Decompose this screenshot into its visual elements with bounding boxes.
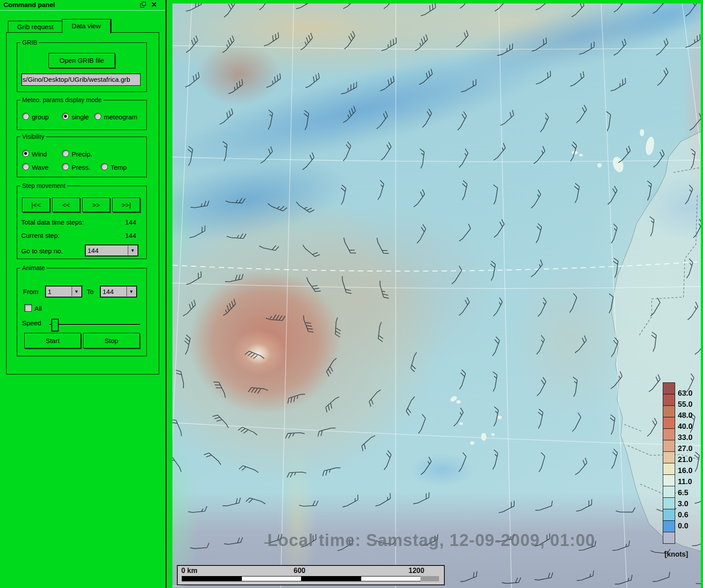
close-icon[interactable]: ✕ — [150, 1, 158, 8]
float-icon-front-square — [142, 2, 146, 6]
wind-barb — [188, 506, 207, 512]
display-mode-group-title: Meteo. params display mode — [20, 96, 103, 103]
animate-to-dropdown[interactable]: 144 ▼ — [100, 286, 137, 298]
step-previous-button[interactable]: << — [52, 198, 80, 212]
wind-barb — [339, 82, 359, 95]
legend-value-label: 16.0 — [678, 466, 692, 475]
goto-step-value: 144 — [88, 245, 99, 256]
float-window-icon[interactable] — [139, 1, 147, 8]
radio-label-press: Press. — [72, 164, 91, 171]
current-step-value: 144 — [118, 232, 136, 239]
wind-barb — [214, 380, 226, 400]
wind-barb — [409, 352, 421, 372]
wind-barb — [607, 415, 616, 435]
chevron-down-icon[interactable]: ▼ — [126, 287, 136, 296]
grib-file-path-input[interactable]: s/Gino/Desktop/UGrib/westafrica.grb — [21, 73, 141, 86]
radio-display-meteogram[interactable] — [94, 113, 101, 120]
wind-barb — [412, 493, 432, 505]
scale-segment — [182, 576, 242, 581]
step-next-button[interactable]: >> — [82, 198, 110, 212]
weather-map[interactable]: Local time: Samstag, 12-09-2009, 01:00 0… — [172, 4, 701, 588]
wind-barb — [367, 389, 384, 407]
wind-barb — [459, 571, 479, 582]
legend-value-label: 55.0 — [678, 400, 692, 409]
step-last-button[interactable]: >>| — [112, 198, 140, 212]
animate-from-value: 1 — [48, 286, 51, 297]
wind-barb — [181, 335, 192, 355]
radio-vis-press[interactable] — [62, 163, 69, 170]
wind-barb — [302, 314, 313, 334]
radio-vis-wave[interactable] — [22, 163, 29, 170]
animate-from-dropdown[interactable]: 1 ▼ — [45, 286, 82, 298]
wind-barb — [486, 261, 497, 281]
tab-data-view[interactable]: Data view — [62, 19, 111, 33]
scale-label-1: 600 — [294, 567, 306, 575]
animate-speed-label: Speed — [22, 319, 41, 327]
wind-barb — [651, 572, 671, 583]
wind-barb — [343, 236, 356, 256]
legend-color-cell — [663, 532, 675, 544]
goto-step-label: Go to step no. — [21, 247, 63, 255]
speed-slider-track[interactable] — [50, 324, 140, 325]
start-button[interactable]: Start — [24, 333, 81, 348]
chevron-down-icon[interactable]: ▼ — [72, 287, 81, 296]
wind-barb — [650, 4, 667, 14]
wind-barb — [607, 449, 619, 469]
wind-barb — [416, 69, 435, 85]
wind-barb — [300, 111, 310, 130]
wind-barb — [535, 452, 546, 472]
wind-barb — [340, 31, 357, 50]
wind-barb — [256, 4, 272, 11]
wind-barb — [222, 498, 241, 507]
wind-barb — [296, 198, 314, 214]
wind-barb — [302, 241, 320, 259]
speed-slider-handle[interactable] — [51, 319, 59, 332]
wind-barb — [341, 275, 352, 295]
wind-barb — [534, 409, 544, 429]
wind-barb — [373, 180, 385, 200]
wind-barb — [490, 143, 508, 161]
wind-barb — [643, 181, 653, 201]
animate-to-label: To — [87, 288, 94, 295]
legend-color-cell — [663, 417, 675, 429]
goto-step-dropdown[interactable]: 144 ▼ — [85, 244, 138, 256]
wind-barb — [413, 225, 428, 244]
wind-barb — [458, 180, 469, 200]
wind-barb — [239, 464, 259, 477]
open-grib-file-button[interactable]: Open GRIB file — [49, 53, 115, 68]
panel-splitter[interactable] — [165, 0, 167, 588]
wind-barb — [378, 76, 397, 92]
wind-barb — [410, 189, 427, 207]
legend-value-label: 0.0 — [678, 522, 688, 531]
scale-segment — [241, 576, 302, 581]
wind-barb — [172, 418, 182, 438]
wind-barb — [568, 4, 586, 18]
radio-label-meteogram: meteogram — [104, 113, 138, 121]
wind-barb — [303, 73, 322, 88]
wind-barb — [339, 142, 352, 161]
wind-barb — [489, 185, 499, 205]
wind-barb — [184, 4, 204, 12]
radio-display-single[interactable] — [62, 113, 69, 120]
wind-barb — [497, 500, 517, 513]
radio-vis-precip[interactable] — [62, 150, 69, 157]
tab-grib-request[interactable]: Grib request — [8, 21, 63, 33]
animate-all-checkbox[interactable] — [24, 304, 32, 312]
wind-barb — [456, 224, 473, 241]
step-first-button[interactable]: |<< — [22, 198, 50, 212]
legend-color-cell — [663, 497, 675, 509]
radio-vis-temp[interactable] — [101, 163, 108, 170]
wind-barb — [287, 472, 306, 478]
wind-barb — [418, 4, 438, 16]
radio-display-group[interactable] — [22, 113, 29, 120]
stop-button[interactable]: Stop — [83, 333, 140, 348]
chevron-down-icon[interactable]: ▼ — [128, 246, 137, 255]
scale-label-2: 1200 — [409, 567, 424, 575]
wind-barb — [359, 435, 378, 451]
wind-barb — [533, 377, 548, 396]
radio-vis-wind[interactable] — [22, 150, 29, 157]
wind-barb — [576, 571, 596, 581]
wind-barb — [176, 369, 184, 389]
total-steps-value: 144 — [118, 218, 136, 226]
wind-barb — [653, 68, 670, 86]
